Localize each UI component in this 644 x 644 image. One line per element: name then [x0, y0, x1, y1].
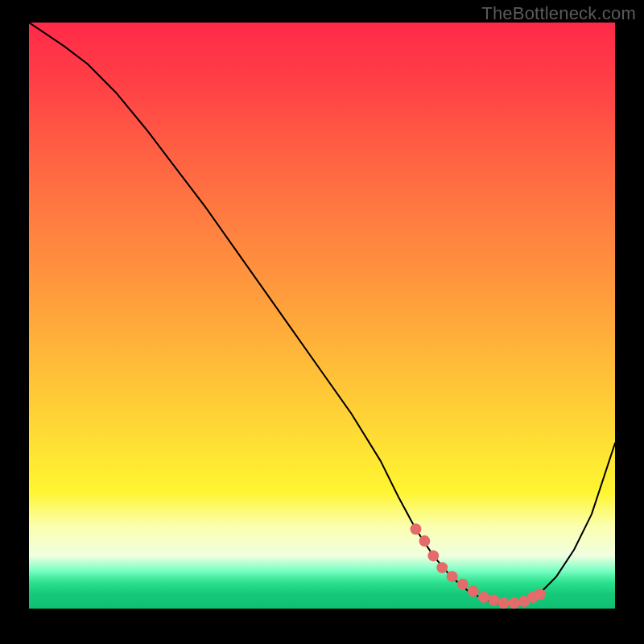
valley-dot: [436, 562, 448, 573]
valley-dot: [419, 535, 430, 547]
valley-dot: [468, 586, 479, 597]
valley-dot: [411, 523, 422, 535]
valley-dot: [498, 597, 510, 609]
valley-dot: [447, 571, 458, 582]
plot-area: [29, 23, 615, 615]
valley-dot: [535, 588, 546, 600]
valley-dot: [478, 592, 489, 603]
valley-dot: [427, 550, 439, 561]
valley-dot: [457, 579, 469, 590]
valley-dot: [488, 595, 499, 606]
watermark-text: TheBottleneck.com: [481, 3, 636, 24]
chart-frame: TheBottleneck.com: [0, 0, 644, 644]
valley-dots: [29, 23, 615, 615]
valley-dot: [509, 597, 520, 609]
